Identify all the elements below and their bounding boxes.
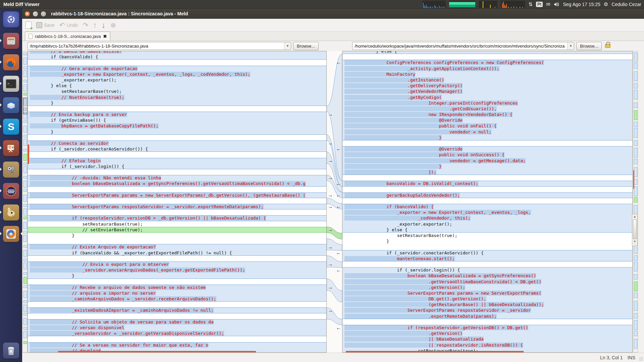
code-line: manterConexao.start(); <box>342 256 632 261</box>
launcher-item-thunderbird[interactable] <box>0 95 22 116</box>
stop-button[interactable]: ⊗ <box>110 22 116 28</box>
overview-chunk-blue <box>634 301 637 311</box>
launcher-item-file-manager[interactable] <box>0 30 22 52</box>
user-indicator[interactable]: Cedulio Cezar <box>611 2 641 7</box>
left-code-pane[interactable]: // O Banco de dados existe? if (bancoVal… <box>28 51 327 353</box>
push-right-arrow[interactable]: → <box>328 227 333 232</box>
message-indicator-icon[interactable]: ✉ <box>546 1 550 7</box>
overview-chunk-green <box>23 93 27 96</box>
push-right-arrow[interactable]: → <box>328 141 333 145</box>
overview-chunk-blue <box>23 262 27 269</box>
pull-left-arrow[interactable]: ← <box>336 181 341 186</box>
launcher-item-libreoffice-impress[interactable] <box>0 137 22 159</box>
launcher-item-gimp[interactable] <box>0 159 22 180</box>
code-line: if (_servidor.login()) { <box>28 164 326 169</box>
push-right-arrow[interactable]: → <box>328 308 333 313</box>
push-right-arrow[interactable]: → <box>328 112 333 117</box>
left-overview-map[interactable] <box>22 51 28 353</box>
code-line <box>28 256 326 261</box>
launcher-item-ubuntu-dash[interactable] <box>0 9 22 30</box>
keyboard-layout-indicator[interactable]: Pt <box>536 2 543 7</box>
overview-chunk-blue <box>23 204 27 207</box>
code-line <box>342 198 632 204</box>
firefox-icon <box>3 54 19 70</box>
push-right-arrow[interactable]: → <box>328 285 333 290</box>
code-line: // Conecta ao servidor <box>28 140 326 146</box>
push-right-arrow[interactable]: → <box>328 262 333 266</box>
right-browse-button[interactable]: Browse... <box>576 42 602 50</box>
push-right-arrow[interactable]: → <box>328 193 333 197</box>
window-maximize-button[interactable]: ▢ <box>41 11 46 17</box>
launcher-item-firefox[interactable] <box>0 52 22 73</box>
code-line: || bBaseDesatualizada <box>342 336 632 342</box>
overview-chunk-blue <box>23 250 27 257</box>
resize-grip[interactable] <box>639 357 643 361</box>
undo-button[interactable]: ↶ Undo <box>59 22 78 28</box>
window-titlebar[interactable]: ✕ − ▢ rabbitvcs-1-18-Sincronizacao.java … <box>22 9 644 19</box>
launcher-item-terminal[interactable]: >_ <box>0 73 22 95</box>
save-button[interactable]: Save <box>36 22 55 28</box>
code-line <box>28 106 326 112</box>
left-browse-button[interactable]: Browse... <box>293 42 319 50</box>
left-file-combo[interactable]: /tmp/rabbitvcs-1c7a7b264f/rabbitvcs-1-18… <box>28 42 291 50</box>
right-code-pane[interactable]: } else { ConfigPreferences configPrefere… <box>342 51 633 353</box>
scrollbar-thumb[interactable] <box>633 220 637 239</box>
push-right-arrow[interactable]: → <box>328 245 333 249</box>
pull-left-arrow[interactable]: ← <box>336 146 341 151</box>
code-line: } <box>342 238 632 244</box>
push-right-arrow[interactable]: → <box>328 204 333 209</box>
pull-left-arrow[interactable]: ← <box>336 204 341 209</box>
clock-indicator[interactable]: Seg Ago 17 15:25 <box>563 2 600 7</box>
cpu-monitor-graph[interactable] <box>422 1 446 8</box>
left-file-path: /tmp/rabbitvcs-1c7a7b264f/rabbitvcs-1-18… <box>28 44 150 49</box>
right-file-combo[interactable]: /home/cedulio/workspace/java/mtvendors/m… <box>352 42 574 50</box>
redo-button[interactable]: ↷ <box>83 22 88 28</box>
push-right-arrow[interactable]: → <box>328 175 333 180</box>
right-file-dropdown-icon[interactable]: ▼ <box>567 42 574 50</box>
code-line: _exporter = new Exporter(_context, _even… <box>28 71 326 77</box>
code-line: // Recebe o arquivo de dados somente se … <box>28 285 326 290</box>
previous-change-button[interactable]: ↑ <box>93 22 97 28</box>
launcher-item-rabbitvcs[interactable] <box>0 202 22 223</box>
launcher-item-trash[interactable] <box>0 340 22 361</box>
pull-left-arrow[interactable]: ← <box>336 193 341 197</box>
memory-monitor-graph[interactable] <box>449 1 475 8</box>
pull-left-arrow[interactable]: ← <box>336 268 341 273</box>
window-minimize-button[interactable]: − <box>33 11 38 17</box>
pull-left-arrow[interactable]: ← <box>336 325 341 330</box>
pull-left-arrow[interactable]: ← <box>336 250 341 255</box>
tab-close-icon[interactable]: ✖ <box>103 34 107 39</box>
window-close-button[interactable]: ✕ <box>24 11 30 17</box>
code-line: ServerExportParams respostaServidor = _s… <box>342 307 632 313</box>
scroll-down-icon[interactable]: ▼ <box>632 239 637 244</box>
code-line: MainFactory <box>342 71 632 77</box>
new-comparison-button[interactable] <box>25 21 32 29</box>
launcher-item-skype[interactable]: S <box>0 116 22 137</box>
network-monitor-graph[interactable] <box>501 1 525 8</box>
code-line: // Gera arquivo de exportacao <box>28 66 326 71</box>
code-line: public void onSuccess() { <box>342 152 632 158</box>
sound-indicator-icon[interactable] <box>554 2 560 7</box>
code-line: ServerExportParams respostaServidor = _s… <box>28 204 326 209</box>
pull-left-arrow[interactable]: ← <box>336 60 341 65</box>
right-pane-scrollbar[interactable]: ▲ ▼ <box>632 214 638 246</box>
session-gear-icon[interactable]: ⚙ <box>604 1 608 7</box>
status-bar: Ln 3, Col 1 INS <box>22 353 644 362</box>
overview-chunk-blue <box>23 327 27 330</box>
tab-comparison[interactable]: rabbitvcs-1-18-S...cronizacao.java ✖ <box>25 32 110 41</box>
network-indicator-icon[interactable]: ⇅ <box>528 1 533 7</box>
launcher-item-meld[interactable] <box>0 223 22 245</box>
scroll-up-icon[interactable]: ▲ <box>632 214 637 220</box>
launcher-item-eclipse[interactable] <box>0 180 22 202</box>
overview-chunk-blue <box>23 120 27 123</box>
code-line <box>28 152 326 158</box>
next-change-button[interactable]: ↓ <box>102 22 106 28</box>
code-line <box>28 169 326 175</box>
disk-monitor-graph[interactable] <box>479 1 497 8</box>
overview-chunk-green <box>634 282 637 291</box>
left-file-dropdown-icon[interactable]: ▼ <box>284 42 291 50</box>
right-overview-map[interactable] <box>633 51 638 353</box>
push-right-arrow[interactable]: → <box>328 158 333 163</box>
code-line <box>28 279 326 285</box>
code-line: .getCodUsuario()), <box>342 106 632 112</box>
